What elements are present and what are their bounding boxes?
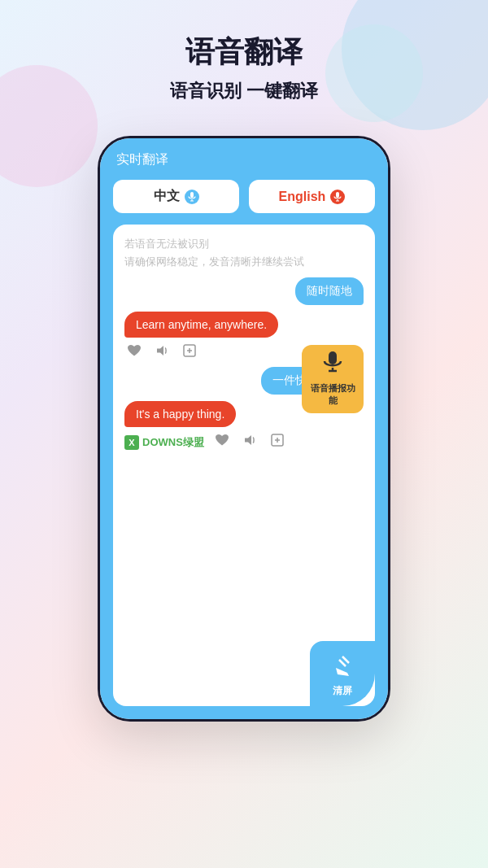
- msg-bubble-chinese-1: 随时随地: [295, 277, 364, 305]
- heart-icon-1[interactable]: [124, 341, 144, 360]
- watermark-text: DOWNS绿盟: [142, 435, 204, 450]
- speaker-icon-2[interactable]: [240, 430, 259, 450]
- heart-icon-2[interactable]: [212, 430, 232, 450]
- phone-screen: 实时翻译 中文 English: [100, 138, 388, 719]
- clear-btn-label: 清屏: [333, 684, 352, 698]
- tooltip-popup[interactable]: 语音播报功能: [302, 345, 364, 413]
- clear-btn[interactable]: 清屏: [310, 641, 375, 706]
- english-lang-btn[interactable]: English: [249, 180, 375, 213]
- app-title-bar: 实时翻译: [113, 151, 375, 168]
- chat-container: 若语音无法被识别 请确保网络稳定，发音清晰并继续尝试 随时随地 Learn an…: [113, 225, 375, 706]
- chinese-lang-btn[interactable]: 中文: [113, 180, 239, 213]
- msg-row-1: 随时随地: [124, 277, 364, 305]
- chinese-lang-label: 中文: [154, 188, 180, 205]
- msg-bubble-english-2: It's a happy thing.: [124, 401, 236, 427]
- hint-line2: 请确保网络稳定，发音清晰并继续尝试: [124, 254, 364, 270]
- english-lang-label: English: [279, 190, 326, 204]
- svg-rect-0: [190, 192, 194, 198]
- action-icons-2: X DOWNS绿盟: [124, 430, 364, 450]
- app-subtitle: 语音识别 一键翻译: [16, 79, 472, 103]
- watermark: X DOWNS绿盟: [124, 435, 204, 450]
- share-icon-1[interactable]: [180, 341, 199, 360]
- hint-line1: 若语音无法被识别: [124, 236, 364, 252]
- msg-bubble-english-1: Learn anytime, anywhere.: [124, 312, 278, 338]
- chinese-mic-icon: [185, 190, 199, 204]
- svg-line-15: [342, 656, 349, 663]
- speaker-icon-1[interactable]: [152, 341, 172, 360]
- tooltip-mic-icon: [322, 351, 343, 379]
- lang-row: 中文 English: [113, 180, 375, 213]
- app-title: 语音翻译: [16, 33, 472, 72]
- broom-icon: [331, 655, 354, 683]
- header-section: 语音翻译 语音识别 一键翻译: [0, 0, 488, 120]
- svg-line-16: [339, 660, 346, 666]
- phone-wrapper: 实时翻译 中文 English: [0, 120, 488, 722]
- hint-text: 若语音无法被识别 请确保网络稳定，发音清晰并继续尝试: [124, 236, 364, 271]
- watermark-x: X: [124, 435, 139, 450]
- share-icon-2[interactable]: [268, 430, 287, 450]
- english-mic-icon: [330, 190, 345, 204]
- phone-mockup: 实时翻译 中文 English: [98, 136, 390, 722]
- tooltip-label: 语音播报功能: [310, 382, 355, 407]
- svg-rect-3: [336, 192, 339, 198]
- svg-rect-12: [329, 351, 337, 364]
